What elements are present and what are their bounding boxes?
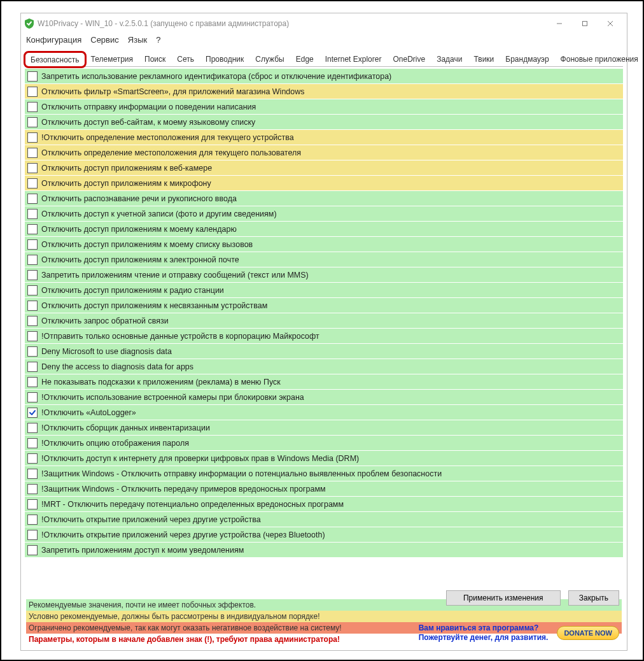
setting-checkbox[interactable]: [27, 148, 38, 158]
legend-yellow: Условно рекомендуемые, должны быть рассм…: [26, 611, 622, 622]
setting-row: Отключить запрос обратной связи: [25, 313, 623, 328]
setting-row: !Отключить открытие приложений через дру…: [25, 512, 623, 527]
setting-label: Отключить запрос обратной связи: [41, 316, 169, 325]
setting-label: Deny the access to diagnosis data for ap…: [41, 362, 193, 371]
donate-button[interactable]: DONATE NOW: [557, 626, 619, 640]
window-maximize-button[interactable]: [572, 15, 598, 32]
setting-checkbox[interactable]: [27, 530, 38, 540]
setting-checkbox[interactable]: [27, 545, 38, 555]
setting-checkbox[interactable]: [27, 453, 38, 464]
setting-checkbox[interactable]: [27, 194, 38, 204]
setting-row: Отключить доступ приложениям к микрофону: [25, 176, 623, 190]
setting-label: !Отключить открытие приложений через дру…: [41, 530, 325, 539]
setting-checkbox[interactable]: [27, 270, 38, 280]
tab-4[interactable]: Проводник: [200, 52, 249, 66]
setting-checkbox[interactable]: [27, 377, 38, 387]
setting-checkbox[interactable]: [27, 224, 38, 234]
tab-10[interactable]: Твики: [468, 52, 500, 66]
setting-checkbox[interactable]: [27, 239, 38, 250]
setting-row: !Отключить открытие приложений через дру…: [25, 527, 623, 542]
setting-label: !Отключить сборщик данных инвентаризации: [41, 423, 210, 432]
setting-label: !Отключить доступ к интернету для провер…: [41, 454, 359, 463]
setting-row: Отключить доступ приложениям к несвязанн…: [25, 298, 623, 313]
window-title: W10Privacy - WIN_10 - v.2.5.0.1 (запущен…: [38, 19, 547, 28]
tab-1[interactable]: Телеметрия: [85, 52, 139, 66]
setting-row: !Отключить сборщик данных инвентаризации: [25, 420, 623, 435]
setting-label: Отключить доступ приложениям к моему спи…: [41, 240, 253, 249]
setting-checkbox[interactable]: [27, 346, 38, 357]
svg-rect-1: [583, 22, 587, 26]
setting-row: !Отключить определение местоположения дл…: [25, 130, 623, 145]
setting-checkbox[interactable]: [27, 438, 38, 448]
setting-checkbox[interactable]: [27, 469, 38, 479]
setting-row: Отключить доступ приложениям к моему спи…: [25, 237, 623, 252]
setting-row: !Отключить опцию отображения пароля: [25, 436, 623, 450]
setting-label: Отключить доступ приложениям к веб-камер…: [41, 164, 212, 173]
menu-item-2[interactable]: Язык: [128, 35, 147, 45]
setting-checkbox[interactable]: [27, 285, 38, 295]
setting-label: Отключить распознавание речи и рукописно…: [41, 194, 237, 203]
menu-item-1[interactable]: Сервис: [90, 35, 119, 45]
setting-checkbox[interactable]: [27, 423, 38, 433]
setting-checkbox[interactable]: [27, 71, 38, 82]
setting-checkbox[interactable]: [27, 117, 38, 127]
setting-checkbox[interactable]: [27, 132, 38, 143]
setting-checkbox[interactable]: [27, 392, 38, 402]
tab-2[interactable]: Поиск: [139, 52, 171, 66]
setting-row: !Отключить «AutoLogger»: [25, 405, 623, 420]
setting-label: !Отключить определение местоположения дл…: [41, 133, 294, 142]
setting-row: Deny Microsoft to use diagnosis data: [25, 344, 623, 359]
setting-checkbox[interactable]: [27, 178, 38, 188]
close-button[interactable]: Закрыть: [568, 590, 619, 606]
setting-row: Отключить распознавание речи и рукописно…: [25, 191, 623, 206]
setting-checkbox[interactable]: [27, 408, 38, 418]
window-close-button[interactable]: [598, 15, 623, 32]
setting-checkbox[interactable]: [27, 515, 38, 525]
setting-label: Отключить доступ приложениям к микрофону: [41, 179, 211, 188]
setting-checkbox[interactable]: [27, 301, 38, 311]
setting-checkbox[interactable]: [27, 102, 38, 112]
setting-row: Запретить использование рекламного идент…: [25, 69, 623, 83]
app-shield-icon: [25, 18, 34, 29]
setting-label: Отключить доступ к учетной записи (фото …: [41, 210, 277, 218]
setting-checkbox[interactable]: [27, 316, 38, 326]
tab-8[interactable]: OneDrive: [387, 52, 431, 66]
setting-checkbox[interactable]: [27, 209, 38, 219]
menu-item-0[interactable]: Конфигурация: [26, 35, 81, 45]
setting-label: !Защитник Windows - Отключить передачу п…: [41, 485, 326, 494]
tab-0[interactable]: Безопасность: [25, 52, 85, 67]
setting-label: Запретить приложениям чтение и отправку …: [41, 271, 309, 280]
setting-checkbox[interactable]: [27, 87, 38, 97]
setting-label: Отключить отправку информации о поведени…: [41, 103, 256, 111]
tab-3[interactable]: Сеть: [171, 52, 200, 66]
setting-label: Запретить использование рекламного идент…: [41, 72, 391, 81]
setting-label: Отключить доступ приложениям к радио ста…: [41, 286, 224, 295]
tab-5[interactable]: Службы: [249, 52, 290, 66]
setting-checkbox[interactable]: [27, 255, 38, 265]
setting-label: Отключить доступ приложениям к моему кал…: [41, 225, 237, 234]
setting-label: Deny Microsoft to use diagnosis data: [41, 347, 172, 356]
tab-7[interactable]: Internet Explorer: [319, 52, 388, 66]
setting-checkbox[interactable]: [27, 484, 38, 494]
tab-11[interactable]: Брандмауэр: [500, 52, 554, 66]
window-minimize-button[interactable]: [547, 15, 572, 32]
tab-9[interactable]: Задачи: [431, 52, 468, 66]
setting-row: Запретить приложениям чтение и отправку …: [25, 267, 623, 282]
setting-checkbox[interactable]: [27, 331, 38, 341]
setting-label: Отключить фильтр «SmartScreen», для прил…: [41, 87, 305, 96]
tab-6[interactable]: Edge: [290, 52, 319, 66]
setting-row: !Отправить только основные данные устрой…: [25, 329, 623, 343]
apply-button[interactable]: Применить изменения: [446, 590, 561, 606]
setting-label: !Защитник Windows - Отключить отправку и…: [41, 469, 442, 478]
setting-label: !Отключить «AutoLogger»: [41, 408, 136, 417]
setting-row: Отключить фильтр «SmartScreen», для прил…: [25, 84, 623, 99]
setting-row: !MRT - Отключить передачу потенциально о…: [25, 497, 623, 511]
setting-row: Отключить определение местоположения для…: [25, 145, 623, 160]
setting-checkbox[interactable]: [27, 362, 38, 372]
setting-label: Отключить доступ приложениям к несвязанн…: [41, 301, 267, 310]
tab-12[interactable]: Фоновые приложения: [555, 52, 644, 66]
menu-item-3[interactable]: ?: [156, 35, 160, 45]
setting-checkbox[interactable]: [27, 163, 38, 173]
setting-checkbox[interactable]: [27, 499, 38, 509]
setting-row: Отключить доступ веб-сайтам, к моему язы…: [25, 115, 623, 129]
